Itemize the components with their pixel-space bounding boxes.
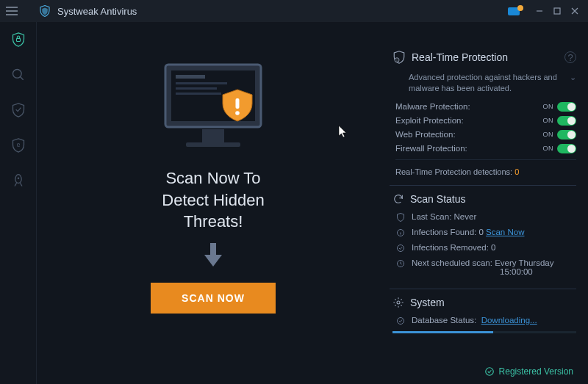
clock-icon	[395, 258, 406, 269]
refresh-icon	[392, 193, 404, 205]
svg-rect-13	[202, 129, 224, 142]
check-circle-icon	[484, 366, 495, 377]
malware-protection-row: Malware Protection: ON	[395, 102, 576, 112]
scan-now-link[interactable]: Scan Now	[486, 228, 524, 236]
download-progress-bar	[392, 331, 576, 333]
scan-status-title: Scan Status	[410, 193, 576, 205]
svg-point-20	[398, 244, 404, 251]
sidebar-item-boost[interactable]	[0, 163, 37, 198]
rtp-description: Advanced protection against hackers and …	[409, 72, 576, 95]
main-panel: Scan Now To Detect Hidden Threats! SCAN …	[37, 22, 390, 384]
database-status-row: Database Status: Downloading...	[395, 316, 576, 326]
headline-line2: Detect Hidden	[162, 189, 264, 211]
scan-now-button[interactable]: SCAN NOW	[151, 283, 276, 314]
down-arrow-icon	[201, 242, 225, 268]
rtp-title: Real-Time Protection	[412, 51, 564, 63]
help-icon[interactable]: ?	[564, 51, 576, 63]
next-scan-row: Next scheduled scan: Every Thursday 15:0…	[395, 258, 576, 276]
hamburger-menu[interactable]	[6, 0, 18, 22]
exploit-protection-row: Exploit Protection: ON	[395, 116, 576, 126]
svg-rect-14	[186, 142, 240, 147]
svg-rect-10	[176, 82, 227, 84]
svg-point-24	[485, 368, 493, 376]
svg-rect-3	[16, 38, 20, 41]
svg-point-6	[17, 177, 19, 179]
malware-toggle[interactable]	[557, 102, 576, 112]
shield-alert-icon: i	[392, 50, 406, 65]
titlebar: Systweak Antivirus	[0, 0, 588, 22]
svg-rect-12	[176, 93, 221, 95]
headline-line1: Scan Now To	[162, 167, 264, 189]
app-title: Systweak Antivirus	[57, 6, 137, 17]
firewall-protection-row: Firewall Protection: ON	[395, 144, 576, 153]
system-panel: System Database Status: Downloading...	[390, 289, 576, 341]
sidebar-item-shield[interactable]	[0, 93, 37, 128]
minimize-button[interactable]	[532, 4, 547, 18]
headline-line3: Threats!	[162, 211, 264, 233]
maximize-button[interactable]	[550, 4, 564, 18]
rtp-detections: Real-Time Protection detections: 0	[395, 159, 576, 176]
svg-point-1	[517, 5, 523, 11]
app-logo-icon	[38, 4, 51, 18]
svg-rect-11	[176, 87, 217, 90]
web-toggle[interactable]	[557, 130, 576, 140]
svg-point-22	[397, 301, 400, 304]
offer-badge-icon[interactable]	[507, 5, 525, 17]
web-protection-row: Web Protection: ON	[395, 130, 576, 140]
check-circle-icon	[395, 243, 406, 253]
last-scan-row: Last Scan: Never	[395, 212, 576, 222]
monitor-illustration	[151, 59, 276, 154]
svg-text:i: i	[397, 59, 398, 62]
system-title: System	[410, 297, 576, 308]
svg-point-16	[235, 111, 240, 115]
svg-rect-15	[236, 98, 240, 109]
sidebar: e	[0, 22, 37, 384]
firewall-toggle[interactable]	[557, 144, 576, 153]
registered-badge: Registered Version	[484, 366, 573, 377]
close-button[interactable]	[567, 4, 582, 18]
right-panel: i Real-Time Protection ? Advanced protec…	[390, 22, 588, 384]
infections-removed-row: Infections Removed: 0	[395, 243, 576, 253]
database-status-value[interactable]: Downloading...	[481, 316, 537, 325]
svg-rect-9	[176, 75, 205, 79]
rtp-detections-count: 0	[514, 167, 519, 176]
sidebar-item-quarantine[interactable]: e	[0, 128, 37, 163]
headline: Scan Now To Detect Hidden Threats!	[162, 167, 264, 233]
shield-check-icon	[395, 212, 406, 222]
svg-point-23	[398, 317, 404, 324]
info-icon	[395, 228, 406, 238]
exploit-toggle[interactable]	[557, 116, 576, 126]
check-circle-icon	[395, 316, 406, 326]
svg-text:e: e	[16, 142, 20, 149]
chevron-down-icon[interactable]: ⌄	[570, 72, 576, 83]
sidebar-item-protection[interactable]	[0, 22, 37, 57]
mouse-cursor-icon	[338, 125, 348, 138]
sidebar-item-scan[interactable]	[0, 57, 37, 93]
infections-found-row: Infections Found: 0 Scan Now	[395, 228, 576, 238]
realtime-protection-panel: i Real-Time Protection ? Advanced protec…	[390, 50, 576, 185]
svg-rect-2	[554, 8, 560, 14]
scan-status-panel: Scan Status Last Scan: Never Infections …	[390, 185, 576, 289]
svg-point-4	[12, 70, 21, 79]
gear-icon	[392, 297, 404, 308]
